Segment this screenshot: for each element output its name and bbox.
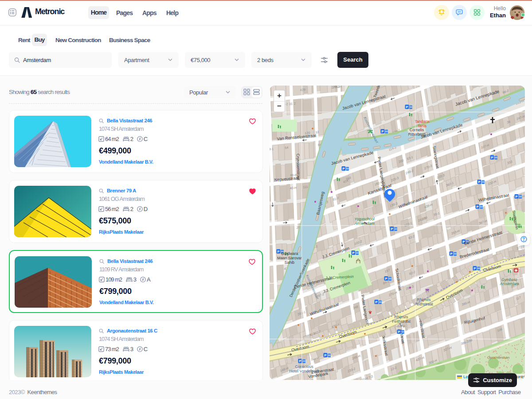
svg-text:P: P — [515, 195, 517, 199]
svg-text:Conscious: Conscious — [295, 364, 313, 369]
svg-text:P: P — [385, 277, 387, 281]
svg-text:P: P — [406, 105, 408, 109]
svg-text:Sahib: Sahib — [285, 260, 295, 265]
svg-text:P: P — [375, 300, 377, 304]
svg-text:P: P — [324, 353, 326, 357]
svg-text:P: P — [299, 359, 301, 363]
svg-text:Rhijnvis: Rhijnvis — [395, 315, 408, 319]
svg-text:Crynssenstraat: Crynssenstraat — [296, 153, 301, 181]
svg-text:Oprichtersbán: Oprichtersbán — [487, 356, 509, 360]
svg-text:31: 31 — [289, 102, 293, 106]
svg-text:Feithstraat: Feithstraat — [392, 319, 411, 324]
svg-text:P: P — [342, 167, 344, 171]
svg-text:Tandarts: Tandarts — [415, 119, 430, 124]
svg-text:P: P — [398, 330, 400, 334]
svg-text:Rhijnvis: Rhijnvis — [417, 297, 431, 302]
svg-text:P: P — [381, 129, 383, 133]
svg-text:429: 429 — [300, 88, 305, 92]
svg-text:Feithstraat: Feithstraat — [415, 302, 433, 306]
svg-text:Maan Sarovar: Maan Sarovar — [277, 256, 301, 260]
svg-text:P: P — [476, 205, 478, 209]
svg-text:Gurdwara: Gurdwara — [281, 251, 298, 256]
svg-text:54: 54 — [285, 145, 288, 150]
svg-text:P: P — [478, 180, 480, 184]
svg-text:P: P — [450, 252, 452, 256]
svg-text:P: P — [352, 251, 354, 255]
svg-text:P: P — [391, 227, 393, 231]
svg-text:447M: 447M — [397, 324, 405, 328]
svg-text:418-1: 418-1 — [270, 147, 274, 152]
svg-text:40-H: 40-H — [289, 186, 297, 190]
svg-text:P: P — [473, 266, 476, 270]
svg-text:Amsterdam: Amsterdam — [500, 282, 519, 286]
svg-text:Yogaschool: Yogaschool — [354, 217, 375, 221]
svg-text:P: P — [491, 156, 493, 160]
svg-text:2: 2 — [294, 102, 296, 106]
svg-text:Amsterdam: Amsterdam — [354, 221, 375, 226]
svg-text:P: P — [277, 250, 279, 254]
svg-text:Cornelis: Cornelis — [410, 128, 424, 132]
